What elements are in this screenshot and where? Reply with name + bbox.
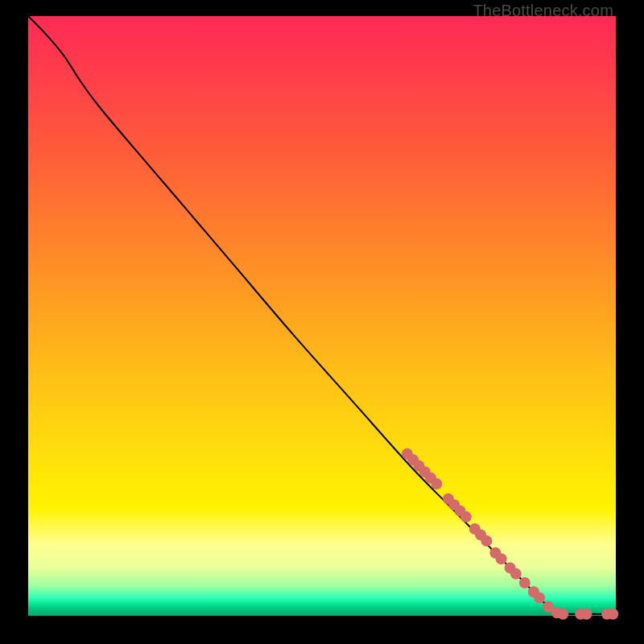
data-marker	[519, 577, 530, 588]
data-marker	[431, 478, 442, 489]
data-marker	[510, 568, 522, 580]
chart-overlay	[28, 16, 616, 616]
curve-line	[28, 16, 616, 614]
plot-area	[28, 16, 616, 616]
data-marker	[534, 592, 545, 604]
data-marker	[581, 609, 592, 620]
data-marker	[557, 609, 568, 620]
chart-frame: TheBottleneck.com	[0, 0, 644, 644]
data-marker	[496, 553, 507, 564]
data-marker	[481, 535, 492, 547]
data-marker	[460, 511, 472, 522]
data-marker	[607, 609, 618, 620]
data-markers	[402, 448, 618, 620]
